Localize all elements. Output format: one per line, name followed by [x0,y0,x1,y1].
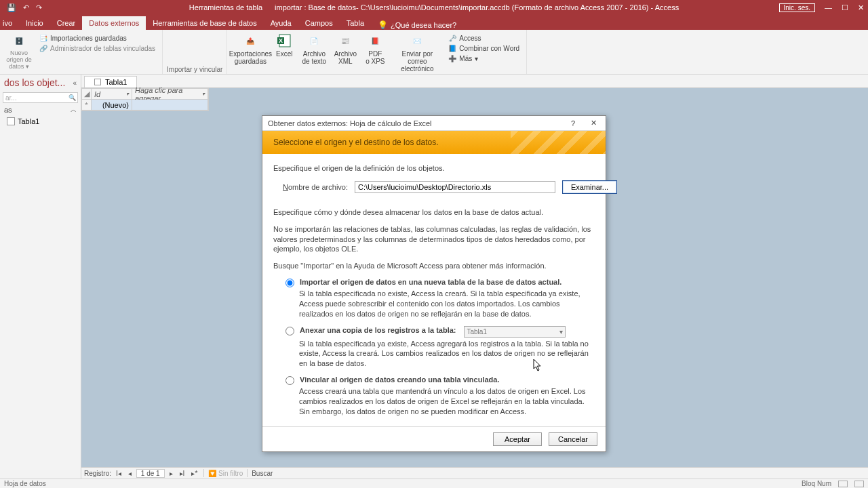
view-datasheet-icon[interactable] [838,481,848,487]
tab-external-data[interactable]: Datos externos [82,16,146,30]
import-dialog: Obtener datos externos: Hoja de cálculo … [262,115,606,452]
recnav-next-icon[interactable]: ▸ [167,470,175,477]
export-word-button[interactable]: 📘Combinar con Word [446,44,522,53]
status-bar: Hoja de datos Bloq Num [0,479,868,488]
minimize-icon[interactable]: — [825,3,832,12]
radio-link-desc: Access creará una tabla que mantendrá un… [299,386,595,417]
ribbon: 🗄️ Nuevo origen de datos ▾ 📑Importacione… [0,30,868,75]
radio-import-new[interactable] [285,279,294,287]
navigation-pane: dos los objet...« ar... as︿ Tabla1 [0,75,81,479]
navpane-search[interactable]: ar... [3,92,78,103]
chevron-down-icon[interactable]: ▾ [126,91,129,97]
tab-create[interactable]: Crear [50,16,83,30]
dialog-close-icon[interactable]: ✕ [584,117,603,129]
export-email-button[interactable]: ✉️Enviar por correo electrónico [390,31,444,74]
radio-append-desc: Si la tabla especificada ya existe, Acce… [299,339,595,369]
export-text-button[interactable]: 📄Archivo de texto [299,31,329,74]
dialog-instr-2: Especifique cómo y dónde desea almacenar… [273,207,595,218]
database-icon: 🗄️ [11,33,27,49]
saved-imports-icon: 📑 [39,35,47,42]
row-selector[interactable]: * [82,100,92,110]
close-icon[interactable]: ✕ [858,3,864,12]
chevron-down-icon: ▾ [559,328,563,336]
file-path-input[interactable] [355,181,555,193]
chevron-down-icon[interactable]: ▾ [202,91,205,97]
saved-exports-button[interactable]: 📤Exportaciones guardadas [231,31,269,74]
document-tab-tabla1[interactable]: Tabla1 [84,76,137,87]
saved-exports-icon: 📤 [242,33,258,49]
radio-link-label[interactable]: Vincular al origen de datos creando una … [300,375,499,384]
window-title: importar : Base de datos- C:\Users\lucio… [275,3,679,12]
contextual-tools-title: Herramientas de tabla [189,3,262,12]
cell-id-new[interactable]: (Nuevo) [92,100,132,110]
table-icon [94,79,101,85]
export-pdf-button[interactable]: 📕PDF o XPS [361,31,389,74]
dialog-help-icon[interactable]: ? [564,117,583,129]
recnav-prev-icon[interactable]: ◂ [126,470,134,477]
select-all-corner[interactable]: ◢ [82,89,92,100]
undo-icon[interactable]: ↶ [23,3,29,12]
table-icon [7,117,15,125]
datasheet[interactable]: ◢ Id▾ Haga clic para agregar▾ * (Nuevo) [81,88,209,111]
word-icon: 📘 [448,45,456,52]
dialog-title: Obtener datos externos: Hoja de cálculo … [268,119,432,127]
excel-icon: X [276,33,292,49]
tab-db-tools[interactable]: Herramientas de base de datos [146,16,263,30]
group-import-label: Importar y vincular [167,66,222,74]
navpane-header[interactable]: dos los objet...« [0,75,81,91]
linked-tables-icon: 🔗 [39,45,47,52]
cell-add-new[interactable] [132,100,208,110]
dialog-note-2: Busque "Importar" en la Ayuda de Microso… [273,261,595,271]
tab-table[interactable]: Tabla [340,16,371,30]
new-data-source-button[interactable]: 🗄️ Nuevo origen de datos ▾ [4,31,34,73]
ok-button[interactable]: Aceptar [493,432,542,446]
ribbon-tabs: ivo Inicio Crear Datos externos Herramie… [0,15,868,30]
status-view-mode: Hoja de datos [4,480,46,487]
export-more-button[interactable]: ➕Más ▾ [446,54,522,63]
radio-append-label[interactable]: Anexar una copia de los registros a la t… [300,326,456,334]
saved-imports-button[interactable]: 📑Importaciones guardadas [37,34,158,43]
maximize-icon[interactable]: ☐ [842,3,848,12]
recnav-search[interactable]: Buscar [252,470,347,477]
append-table-select: Tabla1▾ [464,326,566,338]
radio-link[interactable] [285,376,294,385]
column-header-id[interactable]: Id▾ [92,89,132,100]
recnav-first-icon[interactable]: I◂ [114,470,123,477]
tell-me-search[interactable]: 💡 ¿Qué desea hacer? [378,20,456,30]
radio-import-new-label[interactable]: Importar el origen de datos en una nueva… [300,278,561,286]
recnav-last-icon[interactable]: ▸I [178,470,187,477]
redo-icon[interactable]: ↷ [36,3,42,12]
recnav-new-icon[interactable]: ▸* [189,470,199,477]
export-xml-button[interactable]: 📰Archivo XML [330,31,360,74]
title-bar: 💾 ↶ ↷ Herramientas de tabla importar : B… [0,0,868,15]
recnav-position[interactable]: 1 de 1 [136,469,165,478]
save-icon[interactable]: 💾 [7,3,16,12]
email-icon: ✉️ [409,33,425,49]
bulb-icon: 💡 [378,20,388,30]
navpane-category[interactable]: as︿ [0,104,81,116]
pdf-icon: 📕 [367,33,383,49]
cancel-button[interactable]: Cancelar [549,432,597,446]
linked-table-manager-button: 🔗Administrador de tablas vinculadas [37,44,158,53]
access-icon: 🗝️ [448,35,456,42]
tab-file[interactable]: ivo [0,16,19,30]
tab-help[interactable]: Ayuda [264,16,298,30]
tab-home[interactable]: Inicio [19,16,50,30]
export-access-button[interactable]: 🗝️Access [446,34,522,43]
sign-in-button[interactable]: Inic. ses. [779,3,815,12]
column-header-add[interactable]: Haga clic para agregar▾ [132,89,208,100]
dialog-banner: Seleccione el origen y el destino de los… [262,131,606,154]
navpane-collapse-icon[interactable]: « [73,79,77,87]
radio-import-new-desc: Si la tabla especificada no existe, Acce… [299,289,595,319]
browse-button[interactable]: Examinar... [562,180,617,194]
tab-fields[interactable]: Campos [298,16,340,30]
dialog-note-1: No se importarán las relaciones de tabla… [273,224,595,255]
file-label: Nombre de archivo: [283,183,348,191]
radio-append[interactable] [285,327,294,336]
export-excel-button[interactable]: X Excel [271,31,298,74]
recnav-label: Registro: [84,470,111,477]
view-design-icon[interactable] [854,481,864,487]
navpane-item-tabla1[interactable]: Tabla1 [0,116,81,127]
more-icon: ➕ [448,55,456,62]
record-navigator: Registro: I◂ ◂ 1 de 1 ▸ ▸I ▸* 🔽 Sin filt… [81,467,868,479]
